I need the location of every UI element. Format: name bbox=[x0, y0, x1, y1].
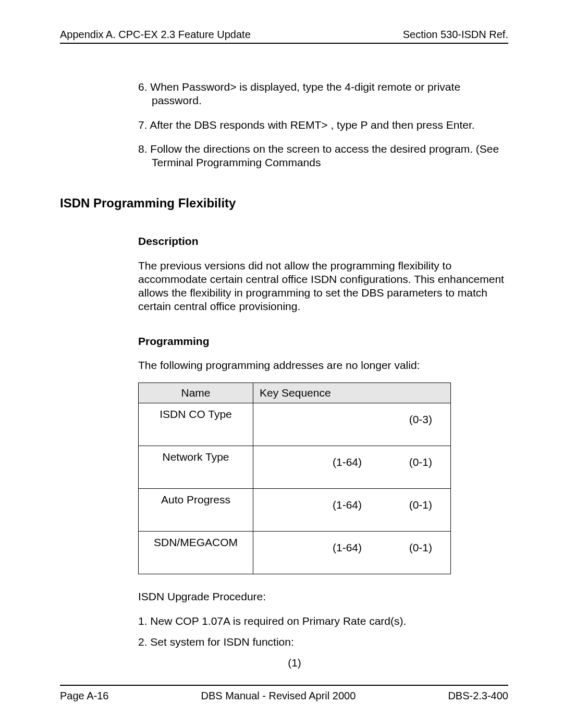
seq-mid: (1-64) bbox=[333, 498, 362, 512]
th-name: Name bbox=[139, 383, 253, 403]
seq-mid: (1-64) bbox=[333, 541, 362, 554]
table-row: SDN/MEGACOM (1-64) (0-1) bbox=[139, 532, 451, 574]
th-seq: Key Sequence bbox=[253, 383, 451, 403]
description-heading: Description bbox=[138, 235, 508, 248]
seq-right: (0-1) bbox=[409, 498, 432, 512]
seq-mid: (1-64) bbox=[333, 455, 362, 469]
cell-name: Auto Progress bbox=[139, 489, 253, 532]
section-heading: ISDN Programming Flexibility bbox=[60, 195, 508, 211]
table-row: Network Type (1-64) (0-1) bbox=[139, 446, 451, 489]
cell-seq: (1-64) (0-1) bbox=[253, 489, 451, 532]
cell-seq: (1-64) (0-1) bbox=[253, 532, 451, 574]
cell-name: Network Type bbox=[139, 446, 253, 489]
upgrade-step-1: 1. New COP 1.07A is required on Primary … bbox=[138, 614, 508, 628]
step-7: 7. After the DBS responds with REMT> , t… bbox=[138, 118, 508, 132]
footer-center: DBS Manual - Revised April 2000 bbox=[201, 690, 356, 702]
upgrade-intro: ISDN Upgrade Procedure: bbox=[138, 590, 508, 603]
upgrade-step-2: 2. Set system for ISDN function: bbox=[138, 635, 508, 649]
page-header: Appendix A. CPC-EX 2.3 Feature Update Se… bbox=[60, 29, 508, 44]
cell-seq: (1-64) (0-1) bbox=[253, 446, 451, 489]
page-footer: Page A-16 DBS Manual - Revised April 200… bbox=[60, 685, 508, 702]
page-content: 6. When Password> is displayed, type the… bbox=[60, 80, 508, 670]
step-6: 6. When Password> is displayed, type the… bbox=[138, 80, 508, 108]
footer-left: Page A-16 bbox=[60, 690, 108, 702]
header-right: Section 530-ISDN Ref. bbox=[403, 29, 508, 41]
footer-right: DBS-2.3-400 bbox=[448, 690, 508, 702]
header-left: Appendix A. CPC-EX 2.3 Feature Update bbox=[60, 29, 251, 41]
cell-name: SDN/MEGACOM bbox=[139, 532, 253, 574]
seq-right: (0-1) bbox=[409, 541, 432, 554]
page: Appendix A. CPC-EX 2.3 Feature Update Se… bbox=[0, 0, 563, 728]
programming-intro: The following programming addresses are … bbox=[138, 359, 508, 372]
seq-right: (0-1) bbox=[409, 455, 432, 469]
upgrade-center-num: (1) bbox=[138, 656, 451, 670]
programming-heading: Programming bbox=[138, 335, 508, 348]
programming-table: Name Key Sequence ISDN CO Type (0-3) Net… bbox=[138, 382, 451, 574]
seq-right: (0-3) bbox=[409, 413, 432, 426]
cell-name: ISDN CO Type bbox=[139, 403, 253, 446]
table-row: ISDN CO Type (0-3) bbox=[139, 403, 451, 446]
step-8: 8. Follow the directions on the screen t… bbox=[138, 142, 508, 170]
description-body: The previous versions did not allow the … bbox=[138, 259, 508, 314]
cell-seq: (0-3) bbox=[253, 403, 451, 446]
table-row: Auto Progress (1-64) (0-1) bbox=[139, 489, 451, 532]
